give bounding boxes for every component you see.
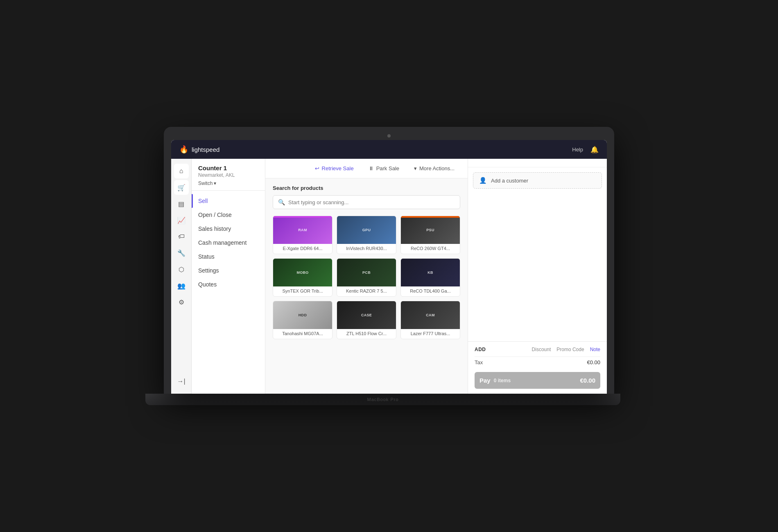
macbook-label: MacBook Pro (367, 397, 398, 402)
product-img-p4: MOBO (273, 259, 332, 286)
switch-chevron-icon: ▾ (214, 180, 216, 186)
nav-items: Sell Open / Close Sales history Cash man… (192, 191, 265, 291)
nav-sidebar-header: Counter 1 Newmarket, AKL Switch ▾ (192, 165, 265, 191)
search-label: Search for products (273, 185, 460, 191)
park-icon: ⏸ (369, 165, 374, 171)
park-sale-button[interactable]: ⏸ Park Sale (364, 163, 404, 174)
counter-title: Counter 1 (198, 165, 258, 171)
product-card-p7[interactable]: HDD Tanohashi MG07A... (273, 301, 332, 339)
tax-value: €0.00 (587, 359, 600, 365)
order-items-area (468, 194, 607, 341)
order-links: Discount Promo Code Note (532, 347, 600, 352)
product-img-p2: GPU (337, 216, 396, 244)
order-footer: ADD Discount Promo Code Note Tax €0.00 (468, 341, 607, 394)
content-area: ↩ Retrieve Sale ⏸ Park Sale ▾ More Actio… (265, 159, 468, 394)
product-name-p4: SynTEX GOR Trib... (273, 286, 332, 296)
product-name-p5: Kentic RAZOR 7 5... (337, 286, 396, 296)
search-icon: 🔍 (278, 199, 285, 205)
retrieve-sale-button[interactable]: ↩ Retrieve Sale (310, 163, 359, 174)
pay-button[interactable]: Pay 0 items €0.00 (475, 372, 600, 389)
discount-link[interactable]: Discount (532, 347, 551, 352)
product-card-p8[interactable]: CASE ZTL H510 Flow Cr... (337, 301, 396, 339)
nav-item-sales-history[interactable]: Sales history (192, 222, 265, 236)
sidebar-icon-tools[interactable]: 🔧 (174, 246, 189, 260)
sidebar-icon-home[interactable]: ⌂ (174, 164, 189, 178)
product-name-p8: ZTL H510 Flow Cr... (337, 329, 396, 339)
laptop-base: MacBook Pro (145, 394, 620, 405)
action-bar: ↩ Retrieve Sale ⏸ Park Sale ▾ More Actio… (265, 159, 468, 178)
order-action-bar (468, 159, 607, 167)
sidebar-icon-reports[interactable]: 📈 (174, 213, 189, 228)
search-box[interactable]: 🔍 (273, 195, 460, 209)
product-name-p7: Tanohashi MG07A... (273, 329, 332, 339)
product-img-p5: PCB (337, 259, 396, 286)
add-customer-button[interactable]: 👤 Add a customer (473, 172, 602, 189)
product-card-p3[interactable]: PSU ReCO 260W GT4... (400, 216, 460, 254)
counter-subtitle: Newmarket, AKL (198, 172, 258, 178)
product-name-p1: E-Xgate DDR6 64... (273, 244, 332, 254)
nav-item-open-close[interactable]: Open / Close (192, 208, 265, 222)
product-card-p1[interactable]: RAM E-Xgate DDR6 64... (273, 216, 332, 254)
top-bar-right: Help 🔔 (572, 146, 599, 153)
product-card-p9[interactable]: CAM Lazer F777 Ultras... (400, 301, 460, 339)
sidebar-icon-register[interactable]: ▤ (174, 196, 189, 211)
nav-item-status[interactable]: Status (192, 250, 265, 264)
tax-label: Tax (475, 359, 483, 365)
product-name-p3: ReCO 260W GT4... (401, 244, 460, 254)
product-img-p3: PSU (401, 216, 460, 244)
nav-item-settings[interactable]: Settings (192, 264, 265, 277)
icon-sidebar: ⌂ 🛒 ▤ 📈 🏷 🔧 ⬡ 👥 ⚙ →| (171, 159, 192, 394)
product-img-p7: HDD (273, 301, 332, 329)
sidebar-icon-tags[interactable]: 🏷 (174, 229, 189, 244)
sidebar-icon-settings[interactable]: ⚙ (174, 295, 189, 309)
top-bar: 🔥 lightspeed Help 🔔 (171, 140, 607, 159)
tax-row: Tax €0.00 (475, 356, 600, 368)
logo-text: lightspeed (192, 146, 219, 153)
logo-area: 🔥 lightspeed (179, 145, 219, 154)
add-customer-label: Add a customer (491, 178, 528, 184)
pay-label: Pay (479, 377, 491, 384)
order-add-label: ADD (475, 347, 486, 352)
customer-icon: 👤 (479, 177, 487, 184)
order-panel: 👤 Add a customer ADD Discount (468, 159, 607, 394)
bell-icon[interactable]: 🔔 (590, 146, 599, 153)
product-name-p9: Lazer F777 Ultras... (401, 329, 460, 339)
product-img-p1: RAM (273, 216, 332, 244)
nav-item-quotes[interactable]: Quotes (192, 277, 265, 291)
sidebar-icon-cart[interactable]: 🛒 (174, 180, 189, 195)
nav-item-sell[interactable]: Sell (192, 194, 265, 208)
search-input[interactable] (288, 199, 455, 205)
pay-items-badge: 0 items (494, 378, 511, 383)
note-link[interactable]: Note (590, 347, 600, 352)
product-grid: RAM E-Xgate DDR6 64... GPU InVistech RUR… (273, 216, 460, 339)
product-name-p6: ReCO TDL400 Ga... (401, 286, 460, 296)
switch-button[interactable]: Switch ▾ (198, 180, 258, 186)
product-img-p9: CAM (401, 301, 460, 329)
product-card-p2[interactable]: GPU InVistech RUR430... (337, 216, 396, 254)
sidebar-icon-integrations[interactable]: ⬡ (174, 262, 189, 277)
products-panel: Search for products 🔍 (265, 178, 468, 394)
product-img-p8: CASE (337, 301, 396, 329)
product-card-p5[interactable]: PCB Kentic RAZOR 7 5... (337, 258, 396, 297)
nav-sidebar: Counter 1 Newmarket, AKL Switch ▾ Sell (192, 159, 265, 394)
more-actions-button[interactable]: ▾ More Actions... (409, 163, 459, 174)
sidebar-icon-collapse[interactable]: →| (174, 374, 189, 389)
pay-total: €0.00 (580, 377, 595, 384)
main-area: ⌂ 🛒 ▤ 📈 🏷 🔧 ⬡ 👥 ⚙ →| Count (171, 159, 607, 394)
logo-icon: 🔥 (179, 145, 188, 154)
promo-code-link[interactable]: Promo Code (556, 347, 584, 352)
more-actions-chevron-icon: ▾ (414, 165, 417, 171)
order-add-row: ADD Discount Promo Code Note (475, 347, 600, 352)
product-name-p2: InVistech RUR430... (337, 244, 396, 254)
product-card-p4[interactable]: MOBO SynTEX GOR Trib... (273, 258, 332, 297)
sidebar-icon-users[interactable]: 👥 (174, 278, 189, 293)
nav-item-cash-management[interactable]: Cash management (192, 236, 265, 250)
retrieve-icon: ↩ (315, 165, 319, 171)
product-img-p6: KB (401, 259, 460, 286)
help-link[interactable]: Help (572, 147, 583, 153)
product-card-p6[interactable]: KB ReCO TDL400 Ga... (400, 258, 460, 297)
